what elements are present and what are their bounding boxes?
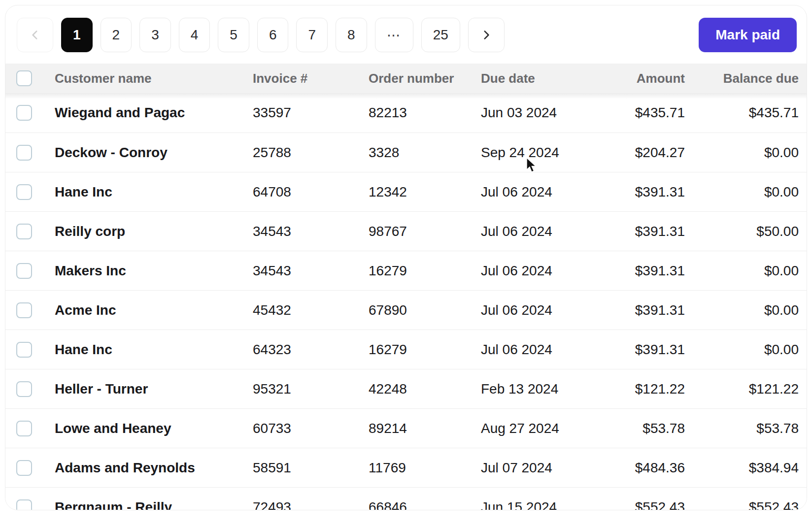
row-checkbox-cell bbox=[5, 460, 55, 476]
row-checkbox-cell bbox=[5, 105, 55, 121]
order-cell: 82213 bbox=[369, 105, 481, 121]
pagination: 12345678⋯25 bbox=[17, 18, 505, 52]
invoice-cell: 58591 bbox=[253, 460, 369, 476]
row-checkbox-cell bbox=[5, 224, 55, 239]
amount-cell: $391.31 bbox=[604, 342, 685, 358]
column-header-invoice: Invoice # bbox=[253, 71, 369, 86]
select-all-checkbox[interactable] bbox=[16, 70, 32, 86]
customer-cell: Reilly corp bbox=[55, 224, 253, 239]
pagination-next-button[interactable] bbox=[468, 18, 505, 52]
pagination-page-8-button[interactable]: 8 bbox=[336, 18, 367, 52]
invoices-card: 12345678⋯25 Mark paid Customer nameInvoi… bbox=[5, 5, 807, 510]
table-row: Deckow - Conroy257883328Sep 24 2024$204.… bbox=[5, 132, 807, 172]
pagination-prev-button[interactable] bbox=[17, 18, 53, 52]
invoice-cell: 45432 bbox=[253, 302, 369, 318]
order-cell: 89214 bbox=[369, 421, 481, 436]
table-row: Acme Inc4543267890Jul 06 2024$391.31$0.0… bbox=[5, 290, 807, 330]
order-cell: 3328 bbox=[369, 145, 481, 161]
pagination-page-7-button[interactable]: 7 bbox=[296, 18, 328, 52]
column-header-balance: Balance due bbox=[685, 71, 799, 86]
table-row: Adams and Reynolds5859111769Jul 07 2024$… bbox=[5, 448, 807, 487]
order-cell: 42248 bbox=[369, 381, 481, 397]
row-checkbox-cell bbox=[5, 381, 55, 397]
invoice-cell: 60733 bbox=[253, 421, 369, 436]
row-checkbox[interactable] bbox=[16, 302, 32, 318]
toolbar: 12345678⋯25 Mark paid bbox=[5, 5, 807, 64]
row-checkbox-cell bbox=[5, 145, 55, 161]
pagination-page-1-button[interactable]: 1 bbox=[61, 18, 93, 52]
amount-cell: $435.71 bbox=[604, 105, 685, 121]
pagination-page-5-button[interactable]: 5 bbox=[218, 18, 249, 52]
invoice-cell: 34543 bbox=[253, 224, 369, 239]
row-checkbox[interactable] bbox=[16, 263, 32, 279]
column-header-amount: Amount bbox=[604, 71, 685, 86]
order-cell: 12342 bbox=[369, 184, 481, 200]
row-checkbox[interactable] bbox=[16, 381, 32, 397]
row-checkbox-cell bbox=[5, 342, 55, 358]
due-cell: Jun 03 2024 bbox=[481, 105, 604, 121]
due-cell: Jul 06 2024 bbox=[481, 184, 604, 200]
row-checkbox-cell bbox=[5, 421, 55, 436]
row-checkbox[interactable] bbox=[16, 145, 32, 161]
balance-cell: $0.00 bbox=[685, 302, 799, 318]
order-cell: 16279 bbox=[369, 342, 481, 358]
mark-paid-button[interactable]: Mark paid bbox=[699, 18, 797, 52]
customer-cell: Deckow - Conroy bbox=[55, 145, 253, 161]
table-row: Makers Inc3454316279Jul 06 2024$391.31$0… bbox=[5, 251, 807, 290]
table-row: Reilly corp3454398767Jul 06 2024$391.31$… bbox=[5, 211, 807, 251]
order-cell: 16279 bbox=[369, 263, 481, 279]
pagination-page-3-button[interactable]: 3 bbox=[139, 18, 171, 52]
customer-cell: Hane Inc bbox=[55, 342, 253, 358]
invoice-cell: 64323 bbox=[253, 342, 369, 358]
row-checkbox-cell bbox=[5, 184, 55, 200]
table-body: Wiegand and Pagac3359782213Jun 03 2024$4… bbox=[5, 93, 807, 510]
table-row: Hane Inc6432316279Jul 06 2024$391.31$0.0… bbox=[5, 330, 807, 369]
balance-cell: $552.43 bbox=[685, 499, 799, 511]
order-cell: 66846 bbox=[369, 499, 481, 511]
customer-cell: Wiegand and Pagac bbox=[55, 105, 253, 121]
customer-cell: Heller - Turner bbox=[55, 381, 253, 397]
table-row: Lowe and Heaney6073389214Aug 27 2024$53.… bbox=[5, 408, 807, 448]
customer-cell: Adams and Reynolds bbox=[55, 460, 253, 476]
table-row: Hane Inc6470812342Jul 06 2024$391.31$0.0… bbox=[5, 172, 807, 211]
row-checkbox-cell bbox=[5, 302, 55, 318]
table-row: Heller - Turner9532142248Feb 13 2024$121… bbox=[5, 369, 807, 408]
customer-cell: Hane Inc bbox=[55, 184, 253, 200]
due-cell: Jun 15 2024 bbox=[481, 499, 604, 511]
row-checkbox[interactable] bbox=[16, 421, 32, 436]
pagination-page-6-button[interactable]: 6 bbox=[257, 18, 289, 52]
invoice-cell: 25788 bbox=[253, 145, 369, 161]
pagination-ellipsis[interactable]: ⋯ bbox=[375, 18, 413, 52]
row-checkbox[interactable] bbox=[16, 224, 32, 239]
due-cell: Aug 27 2024 bbox=[481, 421, 604, 436]
due-cell: Sep 24 2024 bbox=[481, 145, 604, 161]
header-checkbox-cell bbox=[5, 70, 55, 86]
row-checkbox-cell bbox=[5, 499, 55, 511]
row-checkbox[interactable] bbox=[16, 105, 32, 121]
order-cell: 11769 bbox=[369, 460, 481, 476]
amount-cell: $204.27 bbox=[604, 145, 685, 161]
due-cell: Jul 06 2024 bbox=[481, 342, 604, 358]
row-checkbox[interactable] bbox=[16, 342, 32, 358]
amount-cell: $391.31 bbox=[604, 302, 685, 318]
amount-cell: $53.78 bbox=[604, 421, 685, 436]
balance-cell: $53.78 bbox=[685, 421, 799, 436]
row-checkbox[interactable] bbox=[16, 184, 32, 200]
pagination-page-2-button[interactable]: 2 bbox=[101, 18, 132, 52]
amount-cell: $391.31 bbox=[604, 263, 685, 279]
row-checkbox[interactable] bbox=[16, 460, 32, 476]
balance-cell: $50.00 bbox=[685, 224, 799, 239]
customer-cell: Bergnaum - Reilly bbox=[55, 499, 253, 511]
amount-cell: $391.31 bbox=[604, 184, 685, 200]
pagination-page-4-button[interactable]: 4 bbox=[179, 18, 210, 52]
due-cell: Feb 13 2024 bbox=[481, 381, 604, 397]
balance-cell: $0.00 bbox=[685, 342, 799, 358]
invoice-cell: 33597 bbox=[253, 105, 369, 121]
column-header-customer: Customer name bbox=[55, 71, 253, 86]
invoice-cell: 64708 bbox=[253, 184, 369, 200]
row-checkbox-cell bbox=[5, 263, 55, 279]
row-checkbox[interactable] bbox=[16, 499, 32, 511]
amount-cell: $484.36 bbox=[604, 460, 685, 476]
pagination-page-25-button[interactable]: 25 bbox=[421, 18, 460, 52]
chevron-left-icon bbox=[29, 29, 41, 41]
